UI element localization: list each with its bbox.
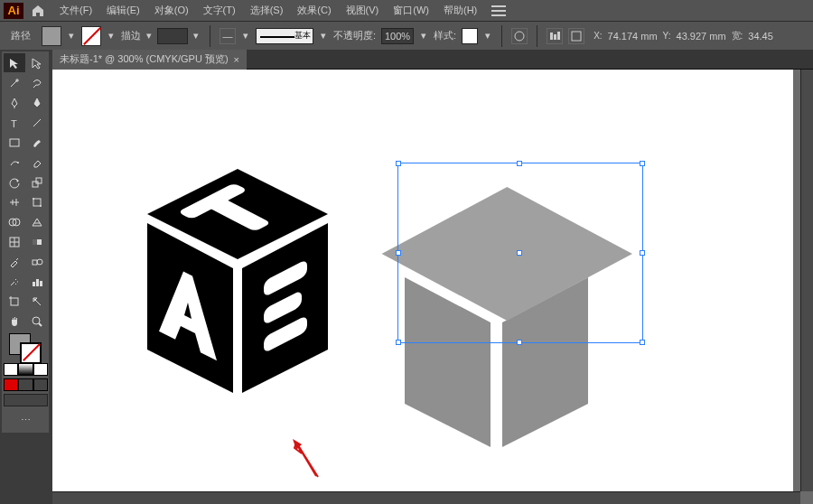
hand-tool[interactable] [4,312,25,331]
control-bar: 路径 ▾ ▾ 描边 ▾ ▾ — ▾ 基本 ▾ 不透明度: 100% ▾ 样式: … [0,21,813,50]
draw-inside[interactable] [33,378,48,391]
profile-dropdown-icon[interactable]: ▾ [319,26,328,46]
style-swatch[interactable] [462,28,478,44]
handle-center[interactable] [517,250,522,256]
color-mode-none[interactable] [33,363,48,376]
scrollbar-vertical[interactable] [800,70,813,491]
type-tool[interactable]: T [4,113,25,132]
lasso-tool[interactable] [26,73,48,92]
layout-menu-icon[interactable] [491,5,506,16]
rectangle-tool[interactable] [4,133,25,152]
w-label: 宽: [732,30,743,42]
artboard[interactable] [52,70,793,494]
rotate-tool[interactable] [4,173,25,191]
recolor-icon[interactable] [511,28,528,44]
free-transform-tool[interactable] [26,192,48,211]
column-graph-tool[interactable] [26,272,48,291]
handle-nw[interactable] [396,161,401,166]
curvature-tool[interactable] [26,93,48,112]
app-logo: Ai [4,3,23,19]
paintbrush-tool[interactable] [26,133,48,152]
menu-file[interactable]: 文件(F) [52,1,99,20]
menu-type[interactable]: 文字(T) [196,1,243,20]
menu-window[interactable]: 窗口(W) [386,1,436,20]
x-value[interactable]: 74.174 mm [608,31,658,42]
stroke-weight-dropdown-icon[interactable]: ▾ [192,26,201,46]
stroke-panel-icon[interactable]: ▾ [145,26,154,46]
perspective-grid-tool[interactable] [26,212,48,231]
zoom-tool[interactable] [26,312,48,331]
line-tool[interactable] [26,113,48,132]
close-tab-icon[interactable]: × [234,54,239,65]
scrollbar-horizontal[interactable] [52,491,800,504]
fill-dropdown-icon[interactable]: ▾ [67,26,76,46]
artboard-tool[interactable] [4,292,25,311]
selection-tool[interactable] [4,53,25,72]
shaper-tool[interactable] [4,153,25,172]
stroke-dropdown-icon[interactable]: ▾ [107,26,116,46]
style-dropdown-icon[interactable]: ▾ [483,26,492,46]
magic-wand-tool[interactable] [4,73,25,92]
brush-def-icon[interactable]: — [220,28,236,44]
stroke-indicator[interactable] [20,342,42,364]
w-value[interactable]: 34.45 [748,31,773,42]
selection-box[interactable] [397,163,643,343]
svg-line-9 [33,119,41,126]
blend-tool[interactable] [26,252,48,271]
edit-toolbar-button[interactable]: ⋯ [4,409,48,431]
handle-se[interactable] [640,340,645,345]
stroke-swatch-none[interactable] [81,26,101,46]
svg-rect-2 [491,14,506,16]
handle-e[interactable] [640,250,645,256]
eyedropper-tool[interactable] [4,252,25,271]
svg-rect-10 [10,139,19,146]
direct-selection-tool[interactable] [26,53,48,72]
eraser-tool[interactable] [26,153,48,172]
color-mode-normal[interactable] [4,363,18,376]
shape-builder-tool[interactable] [4,212,25,231]
menu-edit[interactable]: 编辑(E) [99,1,147,20]
width-profile[interactable]: 基本 [256,28,313,44]
stroke-weight-input[interactable] [157,28,188,44]
opacity-label: 不透明度: [333,29,376,42]
handle-s[interactable] [517,340,522,345]
handle-sw[interactable] [396,340,401,345]
menu-effect[interactable]: 效果(C) [290,1,338,20]
canvas-area[interactable] [52,70,813,504]
handle-w[interactable] [396,250,401,256]
document-tab[interactable]: 未标题-1* @ 300% (CMYK/GPU 预览) × [52,50,247,70]
svg-rect-29 [11,298,18,305]
menu-help[interactable]: 帮助(H) [436,1,484,20]
handle-n[interactable] [517,161,522,166]
screen-mode-button[interactable] [4,394,48,406]
handle-ne[interactable] [640,161,645,166]
color-mode-gradient[interactable] [18,363,33,376]
fill-swatch[interactable] [42,26,61,46]
mesh-tool[interactable] [4,232,25,251]
opacity-input[interactable]: 100% [381,28,414,44]
svg-rect-5 [554,34,556,40]
pen-tool[interactable] [4,93,25,112]
home-icon[interactable] [31,4,45,18]
svg-rect-14 [33,199,41,206]
menu-view[interactable]: 视图(V) [339,1,387,20]
transform-icon[interactable] [568,28,584,44]
brush-def-dropdown-icon[interactable]: ▾ [241,26,250,46]
svg-point-16 [40,205,42,207]
gradient-tool[interactable] [26,232,48,251]
svg-point-25 [37,259,42,265]
opacity-dropdown-icon[interactable]: ▾ [419,26,428,46]
y-value[interactable]: 43.927 mm [677,31,726,42]
menu-select[interactable]: 选择(S) [243,1,291,20]
menu-object[interactable]: 对象(O) [147,1,196,20]
symbol-sprayer-tool[interactable] [4,272,25,291]
width-tool[interactable] [4,192,25,211]
draw-normal[interactable] [4,378,18,391]
fill-stroke-indicator[interactable] [4,331,48,362]
slice-tool[interactable] [26,292,48,311]
svg-point-32 [33,317,40,324]
draw-behind[interactable] [18,378,33,391]
align-icon[interactable] [547,28,563,44]
stroke-weight-group: 描边 ▾ ▾ [121,26,201,46]
scale-tool[interactable] [26,173,48,191]
